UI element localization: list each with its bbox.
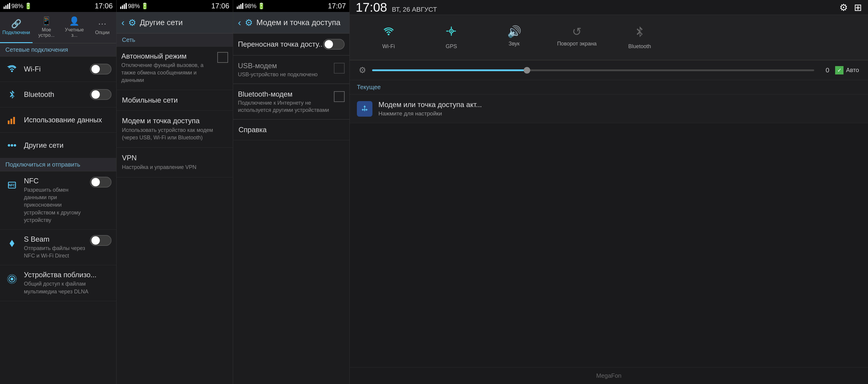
settings-item-help[interactable]: Справка [233, 120, 349, 140]
hotspot-toggle-switch[interactable] [323, 39, 345, 50]
sbeam-subtitle: Отправить файлы через NFC и Wi-Fi Direct [24, 245, 87, 260]
usb-modem-checkbox[interactable] [334, 63, 345, 73]
other-networks-icon [5, 138, 19, 152]
settings-item-nfc[interactable]: NFC NFC Разрешить обмен данными при прик… [0, 171, 116, 230]
battery-icon-1: 🔋 [25, 2, 32, 9]
bluetooth-icon [5, 87, 19, 102]
settings-item-bt-modem[interactable]: Bluetooth-модем Подключение к Интернету … [233, 84, 349, 119]
nfc-toggle[interactable] [90, 177, 112, 187]
airplane-checkbox-control[interactable] [217, 52, 228, 63]
brightness-auto[interactable]: ✓ Авто [835, 66, 859, 75]
quick-sound-icon: 🔊 [507, 25, 521, 38]
settings-item-other-networks[interactable]: Другие сети [0, 133, 116, 158]
vpn-subtitle: Настройка и управление VPN [122, 164, 227, 171]
accounts-icon: 👤 [69, 16, 80, 26]
battery-icon-3: 🔋 [258, 2, 265, 9]
settings-item-hotspot[interactable]: Переносная точка досту.. [233, 33, 349, 55]
settings-item-data-usage[interactable]: Использование данных [0, 107, 116, 133]
quick-btn-wifi[interactable]: Wi-Fi [359, 21, 418, 54]
nearby-title: Устройства поблизо... [24, 271, 112, 279]
status-bar-3: 98% 🔋 17:07 [233, 0, 349, 12]
panel-settings-main: 98% 🔋 17:06 🔗 Подключени 📱 Мое устро... … [0, 0, 117, 384]
tab-accounts[interactable]: 👤 Учетные з... [60, 12, 88, 43]
nearby-icon [5, 272, 19, 286]
nfc-toggle-switch[interactable] [90, 177, 112, 187]
bt-modem-title: Bluetooth-модем [238, 90, 334, 98]
quick-wifi-label: Wi-Fi [382, 43, 395, 50]
back-button-2[interactable]: ‹ [121, 17, 125, 28]
notif-header-right: ⚙ ⊞ [839, 2, 862, 13]
data-usage-content: Использование данных [24, 116, 112, 124]
settings-item-wifi[interactable]: Wi-Fi [0, 57, 116, 82]
panel-other-networks: 98% 🔋 17:06 ‹ ⚙ Другие сети Сеть Автоном… [117, 0, 233, 384]
wifi-toggle[interactable] [90, 64, 112, 75]
vpn-title: VPN [122, 154, 227, 162]
brightness-settings-icon[interactable]: ⚙ [359, 65, 366, 75]
hotspot-toggle[interactable] [323, 39, 345, 50]
settings-icon[interactable]: ⚙ [839, 2, 848, 13]
quick-bluetooth-icon [633, 25, 646, 41]
bluetooth-toggle-switch[interactable] [90, 89, 112, 100]
tab-mydevice[interactable]: 📱 Мое устро... [33, 12, 60, 43]
bt-modem-checkbox[interactable] [334, 91, 345, 102]
grid-icon[interactable]: ⊞ [854, 2, 862, 13]
usb-modem-title: USB-модем [238, 62, 334, 70]
tab-options-label: Опции [95, 30, 110, 35]
tethering-subtitle: Использовать устройство как модем (через… [122, 126, 227, 142]
brightness-track[interactable] [372, 69, 814, 71]
usb-modem-left: USB-модем USB-устройство не подключено [238, 62, 334, 78]
quick-settings-bar: Wi-Fi GPS 🔊 Звук ↺ Поворот экрана Blueto… [350, 15, 868, 60]
back-button-3[interactable]: ‹ [238, 17, 241, 28]
sbeam-toggle[interactable] [90, 235, 112, 246]
status-bar-1: 98% 🔋 17:06 [0, 0, 116, 12]
svg-point-12 [451, 30, 452, 32]
settings-item-usb-modem[interactable]: USB-модем USB-устройство не подключено [233, 56, 349, 84]
quick-btn-rotate[interactable]: ↺ Поворот экрана [547, 21, 607, 54]
wifi-content: Wi-Fi [24, 65, 87, 73]
wifi-toggle-knob [91, 65, 100, 73]
notif-item-tethering[interactable]: Модем или точка доступа акт... Нажмите д… [350, 94, 868, 123]
bt-modem-check[interactable] [334, 91, 345, 102]
network-section-header: Сетевые подключения [0, 43, 116, 57]
battery-percent-1: 98% [11, 3, 23, 9]
usb-modem-check[interactable] [334, 63, 345, 73]
brightness-thumb[interactable] [524, 67, 530, 73]
tab-connections-label: Подключени [2, 30, 30, 35]
brightness-slider-row: ⚙ 0 ✓ Авто [350, 60, 868, 80]
sbeam-toggle-switch[interactable] [90, 235, 112, 246]
settings-item-sbeam[interactable]: S Beam Отправить файлы через NFC и Wi-Fi… [0, 230, 116, 265]
quick-btn-sound[interactable]: 🔊 Звук [484, 21, 544, 54]
status-bar-left-1: 98% 🔋 [4, 2, 32, 9]
hotspot-left: Переносная точка досту.. [238, 40, 323, 49]
hotspot-title: Переносная точка досту.. [238, 40, 323, 49]
page-title-2: Другие сети [140, 18, 183, 27]
settings-item-mobile[interactable]: Мобильные сети [117, 90, 233, 111]
tab-accounts-label: Учетные з... [63, 27, 86, 38]
wifi-toggle-switch[interactable] [90, 64, 112, 75]
carrier-footer: MegaFon [350, 367, 868, 384]
usb-modem-subtitle: USB-устройство не подключено [238, 71, 334, 78]
mydevice-icon: 📱 [41, 16, 52, 26]
quick-btn-gps[interactable]: GPS [422, 21, 481, 54]
network-label-2: Сеть [117, 33, 233, 47]
svg-point-3 [8, 144, 10, 147]
bt-modem-left: Bluetooth-модем Подключение к Интернету … [238, 90, 334, 114]
settings-item-nearby[interactable]: Устройства поблизо... Общий доступ к фай… [0, 265, 116, 301]
airplane-checkbox[interactable] [217, 52, 228, 63]
tab-mydevice-label: Мое устро... [35, 27, 58, 38]
settings-item-tethering[interactable]: Модем и точка доступа Использовать устро… [117, 111, 233, 148]
quick-btn-bluetooth[interactable]: Bluetooth [610, 21, 670, 54]
sbeam-content: S Beam Отправить файлы через NFC и Wi-Fi… [24, 235, 87, 260]
bluetooth-toggle[interactable] [90, 89, 112, 100]
settings-item-airplane[interactable]: Автономный режим Отключение функций вызо… [117, 47, 233, 90]
hotspot-toggle-knob [324, 40, 333, 49]
brightness-fill [372, 69, 527, 71]
quick-bluetooth-label: Bluetooth [628, 43, 651, 50]
settings-item-vpn[interactable]: VPN Настройка и управление VPN [117, 148, 233, 177]
connect-section-header: Подключиться и отправить [0, 158, 116, 171]
settings-item-bluetooth[interactable]: Bluetooth [0, 82, 116, 107]
sbeam-icon [5, 236, 19, 250]
status-time-2: 17:06 [211, 2, 229, 10]
tab-connections[interactable]: 🔗 Подключени [0, 12, 33, 43]
tab-options[interactable]: ⋯ Опции [89, 12, 116, 43]
